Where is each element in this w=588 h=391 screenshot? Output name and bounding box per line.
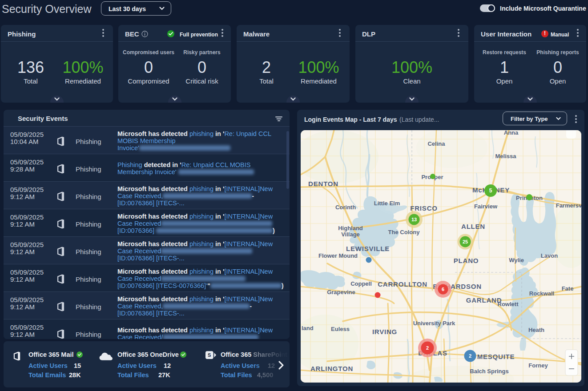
svg-text:Fairview: Fairview (474, 203, 498, 210)
svg-text:25: 25 (463, 239, 468, 244)
svg-text:Corinth: Corinth (335, 204, 356, 211)
svg-text:Grapevine: Grapevine (327, 289, 355, 295)
svg-text:Coppell: Coppell (350, 280, 372, 287)
svg-text:Balch Springs: Balch Springs (470, 368, 508, 375)
svg-text:Fate: Fate (562, 285, 574, 292)
svg-text:Highland: Highland (338, 225, 363, 231)
svg-text:Forney: Forney (528, 362, 548, 369)
svg-text:2: 2 (426, 345, 429, 351)
svg-text:13: 13 (411, 217, 417, 222)
svg-text:2: 2 (469, 353, 471, 359)
svg-text:Flower Mound: Flower Mound (318, 252, 358, 259)
svg-text:Lavon: Lavon (541, 252, 558, 259)
svg-text:PLANO: PLANO (454, 257, 479, 264)
svg-text:IRVING: IRVING (372, 328, 397, 335)
svg-text:Village: Village (341, 231, 360, 238)
svg-text:Rockwall: Rockwall (529, 290, 554, 297)
svg-text:Wylie: Wylie (509, 257, 524, 263)
svg-text:FRISCO: FRISCO (410, 204, 437, 212)
svg-text:Farmersville: Farmersville (556, 202, 581, 209)
svg-text:DENTON: DENTON (308, 180, 338, 188)
svg-text:University Park: University Park (413, 320, 455, 327)
svg-text:Celina: Celina (427, 140, 445, 147)
svg-text:6: 6 (442, 287, 444, 292)
svg-text:S: S (208, 352, 211, 358)
svg-text:LEWISVILLE: LEWISVILLE (346, 245, 390, 252)
svg-text:Rowlett: Rowlett (498, 301, 519, 307)
svg-text:MESQUITE: MESQUITE (477, 353, 515, 360)
svg-text:Heath: Heath (528, 327, 544, 333)
svg-text:Melissa: Melissa (495, 153, 517, 160)
svg-text:ARLINGTON: ARLINGTON (310, 365, 353, 372)
svg-text:GARLAND: GARLAND (466, 296, 502, 304)
svg-text:ALLEN: ALLEN (461, 223, 485, 230)
svg-text:Anna: Anna (504, 130, 519, 136)
svg-text:Little Elm: Little Elm (374, 200, 400, 207)
svg-text:Euless: Euless (331, 326, 350, 332)
svg-text:5: 5 (489, 188, 492, 194)
svg-text:The Colony: The Colony (388, 229, 420, 235)
svg-text:land: land (302, 325, 314, 331)
svg-text:CARROLLTON: CARROLLTON (378, 280, 427, 288)
